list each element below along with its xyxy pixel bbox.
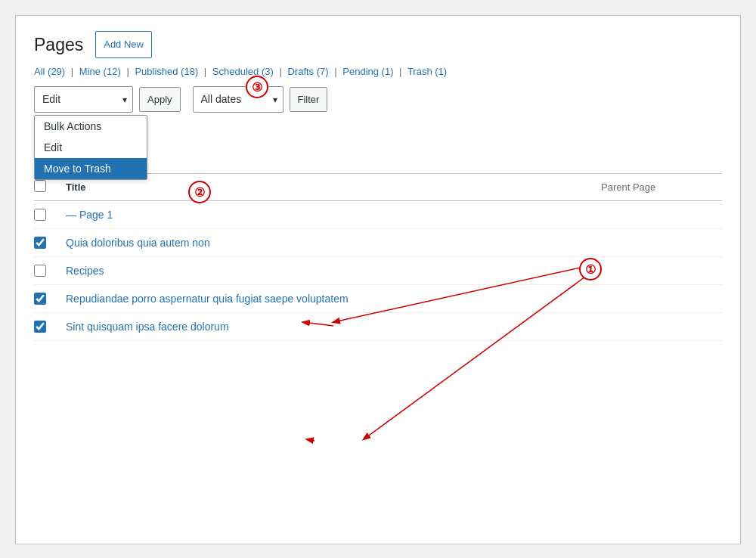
dropdown-item-bulk-actions[interactable]: Bulk Actions bbox=[35, 116, 147, 137]
table-row: Recipes bbox=[34, 257, 722, 285]
page-header: Pages Add New bbox=[34, 31, 722, 58]
row-checkbox-col bbox=[34, 237, 57, 249]
row-title-3: Recipes bbox=[66, 265, 592, 277]
filter-link-trash[interactable]: Trash (1) bbox=[407, 66, 447, 77]
table-row: — Page 1 bbox=[34, 201, 722, 229]
dates-select-wrapper: All dates bbox=[193, 86, 284, 113]
page-title: Pages bbox=[34, 35, 83, 55]
page-rows: — Page 1 Quia doloribus quia autem non R… bbox=[34, 201, 722, 341]
row-title-link-5[interactable]: Sint quisquam ipsa facere dolorum bbox=[66, 321, 229, 333]
dropdown-item-edit[interactable]: Edit bbox=[35, 137, 147, 158]
filter-link-scheduled[interactable]: Scheduled (3) bbox=[212, 66, 274, 77]
row-checkbox-5[interactable] bbox=[34, 321, 46, 333]
toolbar: Bulk Actions Edit Move to Trash Apply Al… bbox=[34, 86, 722, 113]
filter-link-pending[interactable]: Pending (1) bbox=[342, 66, 393, 77]
header-title-col: Title bbox=[66, 181, 592, 193]
svg-line-3 bbox=[307, 439, 314, 441]
row-checkbox-2[interactable] bbox=[34, 237, 46, 249]
row-title-link-2[interactable]: Quia doloribus quia autem non bbox=[66, 237, 210, 249]
header-parent-col: Parent Page bbox=[601, 181, 722, 193]
row-checkbox-col bbox=[34, 265, 57, 277]
dropdown-item-move-to-trash[interactable]: Move to Trash bbox=[35, 158, 147, 179]
filter-links: All (29) | Mine (12) | Published (18) | … bbox=[34, 66, 722, 77]
row-checkbox-4[interactable] bbox=[34, 293, 46, 305]
bulk-actions-select[interactable]: Bulk Actions Edit Move to Trash bbox=[34, 86, 133, 113]
filter-link-mine[interactable]: Mine (12) bbox=[79, 66, 121, 77]
select-all-checkbox[interactable] bbox=[34, 180, 46, 192]
row-title-1: — Page 1 bbox=[66, 209, 592, 221]
row-checkbox-col bbox=[34, 209, 57, 221]
add-new-button[interactable]: Add New bbox=[95, 31, 152, 58]
page-wrap: Pages Add New All (29) | Mine (12) | Pub… bbox=[15, 15, 741, 544]
row-checkbox-3[interactable] bbox=[34, 265, 46, 277]
row-title-2: Quia doloribus quia autem non bbox=[66, 237, 592, 249]
table-row: Quia doloribus quia autem non bbox=[34, 229, 722, 257]
table-row: Sint quisquam ipsa facere dolorum bbox=[34, 313, 722, 341]
filter-link-all[interactable]: All (29) bbox=[34, 66, 65, 77]
bulk-actions-select-wrapper: Bulk Actions Edit Move to Trash bbox=[34, 86, 133, 113]
row-title-link-3[interactable]: Recipes bbox=[66, 265, 104, 277]
header-checkbox-col bbox=[34, 180, 57, 194]
row-checkbox-1[interactable] bbox=[34, 209, 46, 221]
apply-button[interactable]: Apply bbox=[139, 87, 181, 112]
filter-link-drafts[interactable]: Drafts (7) bbox=[287, 66, 328, 77]
filter-button[interactable]: Filter bbox=[290, 87, 328, 112]
row-checkbox-col bbox=[34, 321, 57, 333]
dates-select[interactable]: All dates bbox=[193, 86, 284, 113]
row-checkbox-col bbox=[34, 293, 57, 305]
row-title-link-4[interactable]: Repudiandae porro aspernatur quia fugiat… bbox=[66, 293, 349, 305]
filter-link-published[interactable]: Published (18) bbox=[135, 66, 198, 77]
row-title-4: Repudiandae porro aspernatur quia fugiat… bbox=[66, 293, 592, 305]
row-title-link-1[interactable]: — Page 1 bbox=[66, 209, 113, 221]
row-title-5: Sint quisquam ipsa facere dolorum bbox=[66, 321, 592, 333]
table-row: Repudiandae porro aspernatur quia fugiat… bbox=[34, 285, 722, 313]
bulk-actions-dropdown: Bulk Actions Edit Move to Trash bbox=[34, 115, 147, 180]
